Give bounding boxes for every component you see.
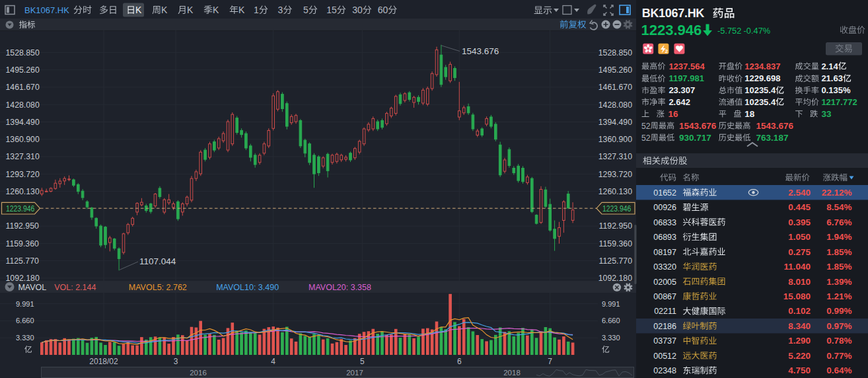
svg-text:30: 30 [352,5,363,15]
svg-text:23.307: 23.307 [669,85,695,95]
svg-text:1461.670: 1461.670 [6,83,40,92]
svg-text:1192.950: 1192.950 [6,221,40,231]
svg-text:03737: 03737 [653,336,676,346]
svg-text:06893: 06893 [653,233,676,242]
svg-text:1394.490: 1394.490 [598,118,632,127]
svg-text:1.21%: 1.21% [826,291,851,301]
svg-text:22.12%: 22.12% [822,188,852,198]
svg-text:15.080: 15.080 [783,291,811,301]
svg-text:1260.130: 1260.130 [6,187,40,196]
svg-text:52: 52 [641,122,651,131]
svg-text:0.275: 0.275 [788,247,811,257]
svg-text:1461.670: 1461.670 [598,83,632,92]
svg-text:1360.900: 1360.900 [6,135,40,144]
svg-text:01652: 01652 [653,188,676,198]
svg-text:1293.720: 1293.720 [6,170,40,179]
svg-text:02211: 02211 [654,307,676,316]
svg-text:60: 60 [378,5,388,15]
svg-text:763.187: 763.187 [756,133,789,143]
svg-text:0.99%: 0.99% [826,306,851,316]
svg-text:11.040: 11.040 [783,262,811,272]
svg-text:2018: 2018 [503,369,521,377]
svg-text:3: 3 [278,5,283,15]
svg-text:1327.310: 1327.310 [6,152,40,161]
svg-text:00867: 00867 [653,292,676,301]
svg-text:33: 33 [821,109,832,119]
svg-text:1229.698: 1229.698 [744,73,780,83]
svg-text:BK1067.HK: BK1067.HK [642,7,705,20]
svg-text:1217.772: 1217.772 [821,97,857,107]
svg-text:1.85%: 1.85% [826,247,851,257]
svg-text:1234.837: 1234.837 [744,61,780,71]
svg-text:0.78%: 0.78% [826,336,851,346]
svg-text:1223.946: 1223.946 [6,204,35,213]
svg-text:4.750: 4.750 [788,365,811,375]
svg-text:00512: 00512 [653,352,676,361]
svg-text:1260.130: 1260.130 [598,187,632,196]
svg-text:2018/02: 2018/02 [89,357,118,366]
svg-text:MAVOL5: 2.762: MAVOL5: 2.762 [129,283,187,292]
svg-text:52: 52 [641,133,651,143]
svg-text:1495.260: 1495.260 [6,65,40,75]
svg-text:1159.360: 1159.360 [599,239,633,248]
svg-text:2.540: 2.540 [788,188,811,198]
svg-text:930.717: 930.717 [679,133,711,143]
svg-text:MAVOL: MAVOL [18,283,46,292]
svg-text:K: K [187,5,194,15]
svg-text:9.991: 9.991 [602,300,620,308]
svg-text:2.14: 2.14 [821,61,838,71]
svg-text:00926: 00926 [653,203,676,212]
svg-text:-0.47%: -0.47% [744,26,771,36]
svg-text:0.395: 0.395 [788,217,811,227]
svg-text:1.050: 1.050 [788,232,811,242]
svg-text:1.94%: 1.94% [826,232,851,242]
svg-text:7: 7 [548,357,552,366]
svg-text:03320: 03320 [653,262,676,272]
svg-text:1223.946: 1223.946 [602,204,631,213]
svg-text:1543.676: 1543.676 [679,121,717,131]
svg-text:0.64%: 0.64% [826,365,851,375]
svg-text:1293.720: 1293.720 [598,170,632,179]
svg-text:1543.676: 1543.676 [462,46,499,56]
svg-text:15: 15 [326,5,337,15]
svg-text:3.330: 3.330 [16,334,34,342]
svg-text:1528.850: 1528.850 [6,48,40,57]
svg-text:0.102: 0.102 [788,306,811,316]
svg-text:K: K [213,5,219,15]
svg-text:02348: 02348 [653,366,676,375]
svg-text:1394.490: 1394.490 [6,118,40,127]
svg-text:6.660: 6.660 [16,317,34,324]
svg-text:1.85%: 1.85% [826,262,851,272]
svg-text:2: 2 [665,48,668,54]
svg-text:1428.080: 1428.080 [598,100,632,110]
svg-text:MAVOL10: 3.490: MAVOL10: 3.490 [216,283,279,292]
svg-text:6: 6 [457,357,462,366]
svg-text:K: K [238,5,245,15]
svg-text:1197.981: 1197.981 [669,73,704,83]
svg-text:1125.770: 1125.770 [6,256,40,266]
svg-text:8.54%: 8.54% [826,202,851,212]
svg-text:2017: 2017 [346,369,363,377]
svg-text:08197: 08197 [653,248,676,257]
svg-text:0.135%: 0.135% [821,85,851,95]
svg-text:5: 5 [360,357,365,366]
svg-text:1223.946: 1223.946 [641,22,702,38]
svg-text:21.63: 21.63 [821,73,843,83]
svg-text:1107.044: 1107.044 [139,256,176,266]
svg-text:8.340: 8.340 [788,321,811,331]
svg-text:9.991: 9.991 [16,300,34,308]
svg-text:6.76%: 6.76% [826,217,851,227]
svg-text:4: 4 [271,357,275,366]
svg-text:1.39%: 1.39% [826,277,851,287]
svg-text:06833: 06833 [653,218,676,227]
svg-text:BK1067.HK: BK1067.HK [24,5,69,15]
svg-text:MAVOL20: 3.358: MAVOL20: 3.358 [308,283,371,292]
svg-text:VOL: 2.144: VOL: 2.144 [54,283,96,292]
svg-text:3: 3 [174,357,178,366]
svg-text:1192.950: 1192.950 [599,221,633,231]
svg-text:1327.310: 1327.310 [598,152,632,161]
svg-text:5: 5 [303,5,308,15]
svg-text:0.77%: 0.77% [826,351,851,361]
svg-text:02005: 02005 [653,278,676,287]
svg-text:K: K [161,5,168,15]
